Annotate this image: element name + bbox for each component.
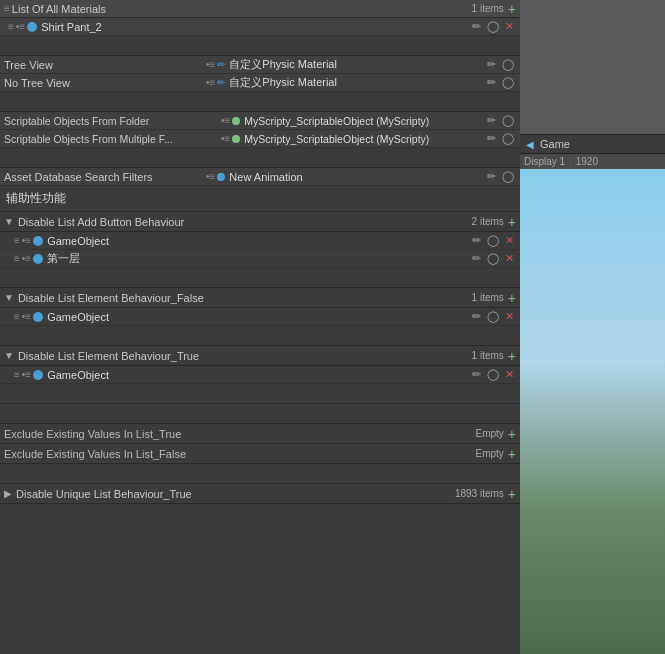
scriptable-folder-value: MyScripty_ScriptableObject (MyScripty) (232, 115, 485, 127)
scriptable-multiple-actions: ✏ ◯ (485, 133, 516, 144)
exclude-false-row: Exclude Existing Values In List_False Em… (0, 444, 520, 464)
tree-view-value-icon: ✏ (217, 59, 225, 70)
gameobject-1-label: GameObject (47, 235, 470, 247)
gameobject-1-circle-button[interactable]: ◯ (485, 235, 501, 246)
shirt-icons: •≡ (16, 21, 25, 32)
disable-element-false-header: ▼ Disable List Element Behaviour_False 1… (0, 288, 520, 308)
disable-list-add-arrow[interactable]: ▼ (4, 216, 14, 227)
disable-list-add-button[interactable]: + (508, 215, 516, 229)
gameobject-row-3[interactable]: ≡ •≡ GameObject ✏ ◯ ✕ (0, 366, 520, 384)
tree-view-actions: ✏ ◯ (485, 59, 516, 70)
tree-view-edit-button[interactable]: ✏ (485, 59, 498, 70)
tree-view-icons: •≡ (206, 59, 215, 70)
disable-unique-add-button[interactable]: + (508, 487, 516, 501)
disable-element-true-arrow[interactable]: ▼ (4, 350, 14, 361)
disable-unique-count: 1893 items (455, 488, 504, 499)
scriptable-folder-dot (232, 117, 240, 125)
no-tree-view-actions: ✏ ◯ (485, 77, 516, 88)
gameobject-2-handle: ≡ (14, 311, 20, 322)
tree-view-value: ✏ 自定义Physic Material (217, 57, 485, 72)
no-tree-view-label: No Tree View (4, 77, 204, 89)
asset-database-circle-button[interactable]: ◯ (500, 171, 516, 182)
asset-database-icons: •≡ (206, 171, 215, 182)
gameobject-3-close-button[interactable]: ✕ (503, 369, 516, 380)
gameobject-1-close-button[interactable]: ✕ (503, 235, 516, 246)
right-top-bg (520, 0, 665, 135)
gameobject-1-handle: ≡ (14, 235, 20, 246)
disable-element-false-title: Disable List Element Behaviour_False (18, 292, 472, 304)
disable-element-true-add-button[interactable]: + (508, 349, 516, 363)
game-title: Game (540, 138, 570, 150)
disable-list-add-title: Disable List Add Button Behaviour (18, 216, 472, 228)
exclude-true-row: Exclude Existing Values In List_True Emp… (0, 424, 520, 444)
gameobject-row-2[interactable]: ≡ •≡ GameObject ✏ ◯ ✕ (0, 308, 520, 326)
first-layer-handle: ≡ (14, 253, 20, 264)
no-tree-view-value-text: 自定义Physic Material (229, 75, 337, 90)
game-bar: ◀ Game (520, 135, 665, 154)
gameobject-3-dot (33, 370, 43, 380)
disable-element-false-count: 1 items (472, 292, 504, 303)
disable-element-true-title: Disable List Element Behaviour_True (18, 350, 472, 362)
exclude-false-add-button[interactable]: + (508, 447, 516, 461)
first-layer-icons: •≡ (22, 253, 31, 264)
first-layer-row[interactable]: ≡ •≡ 第一层 ✏ ◯ ✕ (0, 250, 520, 268)
disable-unique-title: Disable Unique List Behaviour_True (16, 488, 455, 500)
gameobject-3-circle-button[interactable]: ◯ (485, 369, 501, 380)
list-all-materials-add-button[interactable]: + (508, 2, 516, 16)
display-separator: | (569, 156, 572, 167)
resolution-label: 1920 (576, 156, 598, 167)
tree-view-value-text: 自定义Physic Material (229, 57, 337, 72)
gameobject-3-actions: ✏ ◯ ✕ (470, 369, 516, 380)
gameobject-2-label: GameObject (47, 311, 470, 323)
scriptable-folder-circle-button[interactable]: ◯ (500, 115, 516, 126)
shirt-edit-button[interactable]: ✏ (470, 21, 483, 32)
gameobject-2-icons: •≡ (22, 311, 31, 322)
exclude-false-status: Empty (475, 448, 503, 459)
exclude-true-label: Exclude Existing Values In List_True (4, 428, 475, 440)
asset-database-edit-button[interactable]: ✏ (485, 171, 498, 182)
gameobject-3-edit-button[interactable]: ✏ (470, 369, 483, 380)
shirt-circle-button[interactable]: ◯ (485, 21, 501, 32)
scriptable-multiple-circle-button[interactable]: ◯ (500, 133, 516, 144)
first-layer-actions: ✏ ◯ ✕ (470, 253, 516, 264)
scriptable-multiple-row: Scriptable Objects From Multiple F... •≡… (0, 130, 520, 148)
scriptable-folder-value-text: MyScripty_ScriptableObject (MyScripty) (244, 115, 429, 127)
first-layer-close-button[interactable]: ✕ (503, 253, 516, 264)
gameobject-2-edit-button[interactable]: ✏ (470, 311, 483, 322)
first-layer-label: 第一层 (47, 251, 470, 266)
disable-element-false-add-button[interactable]: + (508, 291, 516, 305)
disable-unique-arrow[interactable]: ▶ (4, 488, 12, 499)
scriptable-multiple-icons: •≡ (221, 133, 230, 144)
tree-view-circle-button[interactable]: ◯ (500, 59, 516, 70)
scriptable-folder-row: Scriptable Objects From Folder •≡ MyScri… (0, 112, 520, 130)
first-layer-edit-button[interactable]: ✏ (470, 253, 483, 264)
spacer-1 (0, 36, 520, 56)
aux-section-header: 辅助性功能 (0, 186, 520, 212)
shirt-pant-row[interactable]: ≡ •≡ Shirt Pant_2 ✏ ◯ ✕ (0, 18, 520, 36)
scriptable-multiple-edit-button[interactable]: ✏ (485, 133, 498, 144)
spacer-3 (0, 148, 520, 168)
exclude-false-label: Exclude Existing Values In List_False (4, 448, 475, 460)
shirt-close-button[interactable]: ✕ (503, 21, 516, 32)
gameobject-2-close-button[interactable]: ✕ (503, 311, 516, 322)
exclude-true-add-button[interactable]: + (508, 427, 516, 441)
asset-database-label: Asset Database Search Filters (4, 171, 204, 183)
gameobject-row-1[interactable]: ≡ •≡ GameObject ✏ ◯ ✕ (0, 232, 520, 250)
no-tree-view-edit-button[interactable]: ✏ (485, 77, 498, 88)
first-layer-circle-button[interactable]: ◯ (485, 253, 501, 264)
no-tree-view-circle-button[interactable]: ◯ (500, 77, 516, 88)
spacer-8 (0, 464, 520, 484)
game-icon: ◀ (526, 139, 534, 150)
no-tree-view-value: ✏ 自定义Physic Material (217, 75, 485, 90)
scriptable-multiple-dot (232, 135, 240, 143)
list-all-materials-label: List Of All Materials (12, 3, 472, 15)
gameobject-1-icons: •≡ (22, 235, 31, 246)
spacer-6 (0, 384, 520, 404)
spacer-4 (0, 268, 520, 288)
left-panel: ≡ List Of All Materials 1 items + ≡ •≡ S… (0, 0, 520, 654)
gameobject-1-edit-button[interactable]: ✏ (470, 235, 483, 246)
scriptable-folder-edit-button[interactable]: ✏ (485, 115, 498, 126)
gameobject-2-circle-button[interactable]: ◯ (485, 311, 501, 322)
asset-database-actions: ✏ ◯ (485, 171, 516, 182)
disable-element-false-arrow[interactable]: ▼ (4, 292, 14, 303)
